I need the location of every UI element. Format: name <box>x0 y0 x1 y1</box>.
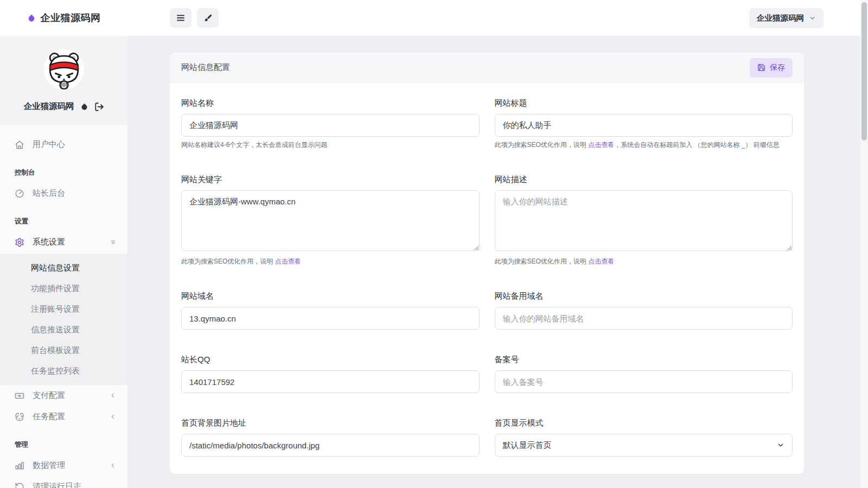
save-button[interactable]: 保存 <box>750 58 793 78</box>
paintbrush-icon <box>203 14 213 23</box>
field-domain: 网站域名 <box>181 291 480 330</box>
sidebar-nav: 用户中心 控制台 站长后台 设置 系统设置 网站信息设置 功能插件设置 注册账号… <box>0 125 127 488</box>
account-dropdown[interactable]: 企业猫源码网 <box>749 8 824 28</box>
save-label: 保存 <box>770 63 785 73</box>
field-site-name: 网站名称 网站名称建议4-6个文字，太长会造成前台显示问题 <box>181 98 480 150</box>
chevron-left-icon <box>110 413 117 420</box>
section-console: 控制台 <box>0 155 127 183</box>
field-site-title: 网站标题 此项为搜索SEO优化作用，说明 点击查看，系统会自动在标题前加入 （您… <box>495 98 793 150</box>
droplet-icon[interactable] <box>80 102 88 111</box>
qq-input[interactable] <box>181 370 480 393</box>
submenu-item-plugins[interactable]: 功能插件设置 <box>0 278 127 299</box>
sidebar-item-label: 清理运行日志 <box>33 481 81 488</box>
home-mode-label: 首页显示模式 <box>495 418 793 428</box>
sidebar: 企业猫源码网 用户中心 控制台 站长后台 设置 <box>0 36 127 488</box>
sidebar-item-label: 用户中心 <box>33 139 65 150</box>
chevron-down-icon <box>809 15 816 22</box>
home-mode-value: 默认显示首页 <box>503 440 552 451</box>
icp-input[interactable] <box>495 370 793 393</box>
system-settings-submenu: 网站信息设置 功能插件设置 注册账号设置 信息推送设置 前台模板设置 任务监控列… <box>0 254 127 385</box>
submenu-item-push[interactable]: 信息推送设置 <box>0 319 127 340</box>
card-body: 网站名称 网站名称建议4-6个文字，太长会造成前台显示问题 网站标题 此项为搜索… <box>170 83 804 472</box>
field-qq: 站长QQ <box>181 355 480 393</box>
chevrons-down-icon <box>110 239 117 246</box>
qq-label: 站长QQ <box>181 355 480 365</box>
logout-icon[interactable] <box>94 102 104 112</box>
app-logo: 企业猫源码网 <box>0 11 127 24</box>
keywords-label: 网站关键字 <box>181 175 480 185</box>
field-description: 网站描述 此项为搜索SEO优化作用，说明 点击查看 <box>495 175 793 266</box>
sidebar-item-user-center[interactable]: 用户中心 <box>0 134 127 155</box>
sidebar-item-admin-panel[interactable]: 站长后台 <box>0 183 127 204</box>
main-content: 网站信息配置 保存 网站名称 网站名称建议4-6个文字，太长会造成前台显示问题 … <box>127 36 868 488</box>
sidebar-item-label: 数据管理 <box>33 460 65 471</box>
description-textarea[interactable] <box>495 190 793 251</box>
banknote-icon <box>15 391 24 401</box>
help-link[interactable]: 点击查看 <box>275 258 301 265</box>
submenu-item-site-info[interactable]: 网站信息设置 <box>0 258 127 278</box>
keywords-help: 此项为搜索SEO优化作用，说明 点击查看 <box>181 257 480 266</box>
scrollbar-thumb[interactable] <box>861 2 867 140</box>
site-name-input[interactable] <box>181 114 480 137</box>
logo-text: 企业猫源码网 <box>41 11 101 24</box>
account-name: 企业猫源码网 <box>757 13 804 23</box>
bar-chart-icon <box>15 461 24 471</box>
field-icp: 备案号 <box>495 355 793 393</box>
dog-icon <box>15 412 24 422</box>
site-title-help: 此项为搜索SEO优化作用，说明 点击查看，系统会自动在标题前加入 （您的网站名称… <box>495 140 793 150</box>
sidebar-item-pay-config[interactable]: 支付配置 <box>0 385 127 406</box>
backup-domain-input[interactable] <box>495 307 793 330</box>
hamburger-icon <box>176 13 186 23</box>
sidebar-item-data-manage[interactable]: 数据管理 <box>0 455 127 476</box>
profile-name: 企业猫源码网 <box>24 101 74 112</box>
sidebar-profile: 企业猫源码网 <box>0 36 127 125</box>
description-help: 此项为搜索SEO优化作用，说明 点击查看 <box>495 257 793 266</box>
site-name-label: 网站名称 <box>181 98 480 108</box>
description-label: 网站描述 <box>495 175 793 185</box>
submenu-item-register[interactable]: 注册账号设置 <box>0 299 127 319</box>
section-manage: 管理 <box>0 427 127 455</box>
chevron-left-icon <box>110 392 117 399</box>
home-icon <box>15 140 24 150</box>
sidebar-item-label: 任务配置 <box>33 412 65 422</box>
save-icon <box>757 63 765 72</box>
backup-domain-label: 网站备用域名 <box>495 291 793 301</box>
theme-brush-button[interactable] <box>197 8 219 28</box>
section-settings: 设置 <box>0 204 127 232</box>
gear-icon <box>15 237 24 247</box>
refresh-icon <box>15 482 24 488</box>
icp-label: 备案号 <box>495 355 793 365</box>
domain-input[interactable] <box>181 307 480 330</box>
sidebar-item-system-settings[interactable]: 系统设置 <box>0 232 127 253</box>
top-header: 企业猫源码网 企业猫源码网 <box>0 0 868 36</box>
gauge-icon <box>15 189 24 198</box>
site-title-input[interactable] <box>495 114 793 137</box>
site-title-label: 网站标题 <box>495 98 793 108</box>
keywords-textarea[interactable]: 企业猫源码网-www.qymao.cn <box>181 190 480 251</box>
sidebar-toggle-button[interactable] <box>170 8 192 28</box>
sidebar-item-label: 站长后台 <box>33 188 65 198</box>
field-home-mode: 首页显示模式 默认显示首页 <box>495 418 793 457</box>
sidebar-item-clear-logs[interactable]: 清理运行日志 <box>0 476 127 488</box>
site-info-card: 网站信息配置 保存 网站名称 网站名称建议4-6个文字，太长会造成前台显示问题 … <box>170 53 804 474</box>
chevron-left-icon <box>110 462 117 469</box>
help-link[interactable]: 点击查看 <box>588 141 614 149</box>
submenu-item-task-monitor[interactable]: 任务监控列表 <box>0 361 127 381</box>
submenu-item-template[interactable]: 前台模板设置 <box>0 340 127 361</box>
field-backup-domain: 网站备用域名 <box>495 291 793 330</box>
page-scrollbar[interactable] <box>860 0 868 488</box>
droplet-logo-icon <box>27 13 36 23</box>
card-header: 网站信息配置 保存 <box>170 53 804 83</box>
sidebar-item-label: 支付配置 <box>33 390 65 401</box>
avatar <box>44 49 84 89</box>
chevron-down-icon <box>777 441 784 449</box>
help-link[interactable]: 点击查看 <box>588 258 614 265</box>
site-name-help: 网站名称建议4-6个文字，太长会造成前台显示问题 <box>181 140 480 150</box>
field-keywords: 网站关键字 企业猫源码网-www.qymao.cn 此项为搜索SEO优化作用，说… <box>181 175 480 266</box>
bg-image-input[interactable] <box>181 434 480 457</box>
home-display-mode-select[interactable]: 默认显示首页 <box>495 434 793 457</box>
card-title: 网站信息配置 <box>181 62 230 73</box>
sidebar-item-task-config[interactable]: 任务配置 <box>0 406 127 427</box>
field-bg-image: 首页背景图片地址 <box>181 418 480 457</box>
sidebar-item-label: 系统设置 <box>33 237 65 247</box>
